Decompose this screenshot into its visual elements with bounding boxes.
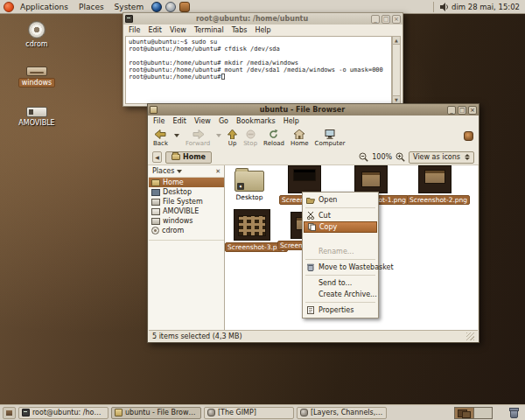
file-screenshot-3-png[interactable]: Screenshot-3.png <box>225 209 279 252</box>
close-button[interactable]: × <box>392 15 401 24</box>
fb-menu-edit[interactable]: Edit <box>172 117 186 125</box>
zoom-in-icon[interactable] <box>396 152 405 162</box>
sidebar-header[interactable]: Places <box>152 167 174 175</box>
screenshot-3-thumbnail <box>234 209 270 241</box>
fb-menu-file[interactable]: File <box>153 117 164 125</box>
taskbar-item-gimp-layers[interactable]: [Layers, Channels, Paths, U... <box>297 407 387 419</box>
path-scroll-left-button[interactable]: ◀ <box>152 151 162 163</box>
wastebasket-icon[interactable] <box>509 408 519 418</box>
terminal-menu-file[interactable]: File <box>129 26 140 34</box>
sidebar-item-home[interactable]: Home <box>149 178 224 187</box>
desktop-icon-label: AMOVIBLE <box>16 119 57 127</box>
removable-drive-icon <box>151 208 160 215</box>
sidebar-item-amovible[interactable]: AMOVIBLE <box>149 206 224 216</box>
workspace-1[interactable] <box>455 408 473 418</box>
zoom-level[interactable]: 100% <box>372 153 392 161</box>
gimp-icon <box>207 409 215 416</box>
terminal-output[interactable]: ubuntu@ubuntu:~$ sudo su root@ubuntu:/ho… <box>125 36 392 104</box>
help-icon[interactable] <box>165 2 176 12</box>
back-history-chevron-icon[interactable] <box>174 134 179 137</box>
terminal-icon <box>125 15 133 23</box>
ubuntu-logo-icon[interactable] <box>4 2 14 12</box>
back-arrow-icon <box>155 130 166 139</box>
fb-menu-view[interactable]: View <box>194 117 211 125</box>
scroll-up-icon[interactable]: ▲ <box>393 37 400 45</box>
minimize-button[interactable]: _ <box>447 106 456 115</box>
terminal-menu-tabs[interactable]: Tabs <box>232 26 248 34</box>
fb-menu-go[interactable]: Go <box>219 117 228 125</box>
forward-button: Forward <box>186 130 210 147</box>
terminal-menu-view[interactable]: View <box>170 26 186 34</box>
volume-icon[interactable] <box>439 3 450 11</box>
terminal-menu-help[interactable]: Help <box>255 26 270 34</box>
close-button[interactable]: × <box>468 106 477 115</box>
folder-icon <box>115 409 122 416</box>
up-button[interactable]: Up <box>228 130 237 147</box>
desktop-icon-windows[interactable]: windows <box>9 66 65 88</box>
computer-button[interactable]: Computer <box>315 130 346 147</box>
panel-separator <box>433 2 434 12</box>
fb-menu-help[interactable]: Help <box>284 117 299 125</box>
file-browser-icon <box>150 106 158 114</box>
maximize-button[interactable]: □ <box>382 15 390 24</box>
back-button[interactable]: Back <box>153 130 168 147</box>
taskbar-item-terminal[interactable]: root@ubuntu: /home/ubuntu <box>18 407 108 419</box>
desktop-icon-cdrom[interactable]: cdrom <box>9 21 65 48</box>
file-screenshot-2-png[interactable]: Screenshot-2.png <box>407 165 463 205</box>
terminal-scrollbar[interactable]: ▲ ▼ <box>392 36 401 104</box>
desktop-icon-amovible[interactable]: AMOVIBLE <box>9 107 65 127</box>
sidebar-item-file-system[interactable]: File System <box>149 197 224 206</box>
menu-item-rename: Rename... <box>304 246 377 257</box>
resize-grip[interactable] <box>466 332 474 340</box>
status-bar: 5 items selected (4,3 MB) <box>149 330 478 341</box>
terminal-cursor <box>221 74 225 80</box>
menu-places[interactable]: Places <box>74 2 108 12</box>
desktop-icon-label: cdrom <box>23 40 50 48</box>
file-browser-title: ubuntu - File Browser <box>159 106 445 114</box>
desktop-icon <box>151 189 160 196</box>
sidebar-item-desktop[interactable]: Desktop <box>149 187 224 197</box>
throbber-icon <box>464 131 473 141</box>
sidebar-item-windows[interactable]: windows <box>149 216 224 226</box>
menu-item-properties[interactable]: Properties <box>304 304 377 316</box>
sidebar-item-cdrom[interactable]: cdrom <box>149 226 224 235</box>
menu-applications[interactable]: Applications <box>16 2 73 12</box>
file-browser-titlebar[interactable]: ubuntu - File Browser _ □ × <box>148 104 479 116</box>
folder-icon <box>172 154 180 160</box>
reload-button[interactable]: Reload <box>263 130 284 147</box>
view-mode-select[interactable]: View as icons <box>409 151 474 164</box>
fb-menu-bookmarks[interactable]: Bookmarks <box>236 117 276 125</box>
places-sidebar: Places ✕ Home Desktop File System <box>149 165 225 330</box>
clock[interactable]: dim 28 mai, 15:02 <box>452 3 522 11</box>
menu-item-send-to[interactable]: Send to... <box>304 277 377 289</box>
sidebar-close-icon[interactable]: ✕ <box>215 168 220 175</box>
bottom-panel: root@ubuntu: /home/ubuntu ubuntu - File … <box>0 404 525 420</box>
terminal-titlebar[interactable]: root@ubuntu: /home/ubuntu _ □ × <box>123 13 402 24</box>
scroll-down-icon[interactable]: ▼ <box>393 95 400 103</box>
app-launcher-icon[interactable] <box>179 2 190 12</box>
workspace-2[interactable] <box>473 408 492 418</box>
maximize-button[interactable]: □ <box>458 106 466 115</box>
menu-item-open[interactable]: Open <box>304 194 377 206</box>
chevron-down-icon <box>177 170 182 173</box>
menu-item-create-archive[interactable]: Create Archive... <box>304 289 377 300</box>
desktop[interactable]: Applications Places System dim 28 mai, 1… <box>0 0 525 420</box>
menu-item-copy[interactable]: Copy <box>304 221 377 233</box>
file-desktop[interactable]: Desktop <box>227 171 272 201</box>
show-desktop-button[interactable] <box>3 407 16 419</box>
path-button-home[interactable]: Home <box>165 151 212 164</box>
zoom-out-icon[interactable] <box>359 152 368 162</box>
firefox-icon[interactable] <box>151 2 162 12</box>
minimize-button[interactable]: _ <box>371 15 380 24</box>
menu-item-move-to-wastebasket[interactable]: Move to Wastebasket <box>304 262 377 273</box>
screenshot-1-thumbnail <box>354 165 388 193</box>
taskbar-item-file-browser[interactable]: ubuntu - File Browser <box>111 407 201 419</box>
home-button[interactable]: Home <box>290 130 309 147</box>
menu-system[interactable]: System <box>110 2 149 12</box>
terminal-line: root@ubuntu:/home/ubuntu# mount /dev/sda… <box>129 66 388 74</box>
menu-item-cut[interactable]: Cut <box>304 210 377 221</box>
terminal-menu-edit[interactable]: Edit <box>148 26 162 34</box>
workspace-switcher <box>454 407 493 419</box>
taskbar-item-gimp[interactable]: [The GIMP] <box>204 407 294 419</box>
terminal-menu-terminal[interactable]: Terminal <box>194 26 224 34</box>
